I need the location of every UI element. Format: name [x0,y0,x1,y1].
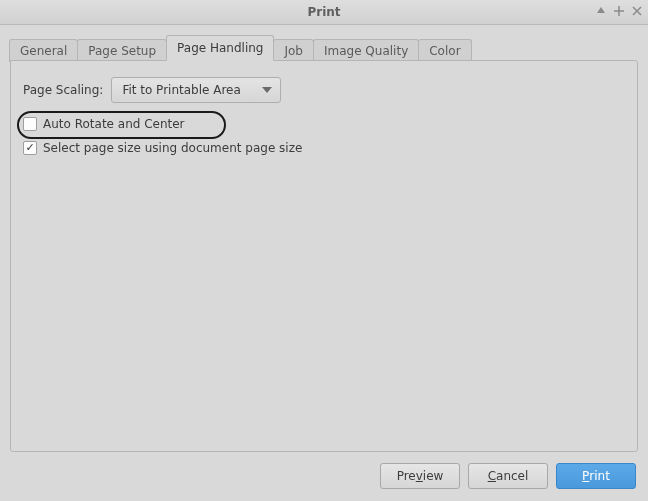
tab-image-quality[interactable]: Image Quality [313,39,419,62]
close-icon[interactable] [632,5,642,19]
page-scaling-combo[interactable]: Fit to Printable Area [111,77,281,103]
tab-panel-page-handling: Page Scaling: Fit to Printable Area Auto… [10,60,638,452]
tab-job[interactable]: Job [273,39,314,62]
tab-color[interactable]: Color [418,39,471,62]
dialog-content: General Page Setup Page Handling Job Ima… [0,25,648,463]
tab-page-handling[interactable]: Page Handling [166,35,274,61]
window-controls [596,0,642,24]
print-button[interactable]: Print [556,463,636,489]
auto-rotate-row: Auto Rotate and Center [23,117,625,131]
page-scaling-row: Page Scaling: Fit to Printable Area [23,77,625,103]
maximize-icon[interactable] [614,5,624,19]
auto-rotate-label[interactable]: Auto Rotate and Center [43,117,185,131]
cancel-button[interactable]: Cancel [468,463,548,489]
print-dialog: Print General Page Setup Page Handling J… [0,0,648,501]
auto-rotate-checkbox[interactable] [23,117,37,131]
select-page-size-label[interactable]: Select page size using document page siz… [43,141,302,155]
select-page-size-checkbox[interactable] [23,141,37,155]
page-scaling-label: Page Scaling: [23,83,103,97]
page-scaling-value: Fit to Printable Area [122,83,240,97]
preview-button[interactable]: Preview [380,463,460,489]
tab-bar: General Page Setup Page Handling Job Ima… [9,35,638,61]
select-page-size-row: Select page size using document page siz… [23,141,625,155]
chevron-down-icon [262,87,272,93]
tab-general[interactable]: General [9,39,78,62]
dialog-buttons: Preview Cancel Print [380,463,636,489]
titlebar: Print [0,0,648,25]
minimize-icon[interactable] [596,5,606,19]
tab-page-setup[interactable]: Page Setup [77,39,167,62]
window-title: Print [307,5,340,19]
